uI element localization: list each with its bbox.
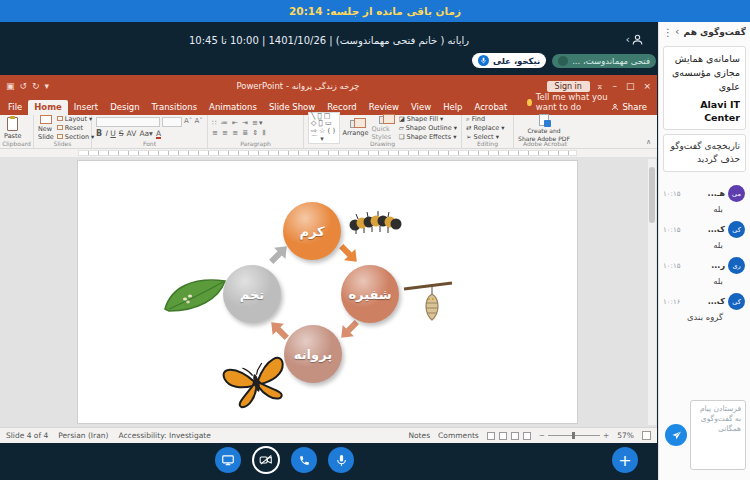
presenter-badge[interactable]: فتحی مهماندوست، ... [552, 54, 656, 68]
editing-group: ⌕ Find ⇄ Replace ▾ ➢ Select ▾ Editing [462, 115, 514, 148]
strikethrough-button[interactable]: S [119, 129, 124, 138]
create-share-pdf-button[interactable]: Create and Share Adobe PDF [518, 114, 570, 141]
stage-butterfly[interactable]: پروانه [284, 325, 342, 383]
collapse-ribbon-icon[interactable]: ∧ [646, 138, 657, 148]
zoom-track[interactable] [548, 435, 600, 436]
character-spacing-icon[interactable]: AV [127, 129, 137, 138]
zoom-slider[interactable]: − + [539, 431, 610, 440]
language-indicator[interactable]: Persian (Iran) [58, 431, 108, 440]
find-button[interactable]: ⌕ Find [466, 115, 505, 123]
share-button[interactable]: Share [611, 102, 655, 115]
microphone-icon [335, 454, 348, 467]
tab-acrobat[interactable]: Acrobat [469, 100, 514, 115]
scrollbar-thumb[interactable] [649, 167, 655, 223]
user-badge[interactable]: نیکخو، علی [472, 53, 546, 68]
fit-slide-icon[interactable] [642, 431, 651, 440]
mic-status-icon [478, 55, 489, 66]
redo-icon[interactable]: ↻ [32, 81, 40, 91]
undo-icon[interactable]: ↺ [20, 81, 28, 91]
accessibility-indicator[interactable]: Accessibility: Investigate [118, 431, 210, 440]
zoom-percent[interactable]: 57% [617, 431, 634, 440]
avatar: می [728, 185, 745, 202]
maximize-button[interactable]: □ [626, 81, 635, 91]
zoom-in-icon[interactable]: + [603, 431, 609, 440]
alignment-icons[interactable]: ≡ ≡ ≡ ≣ ⇕ ⫴ [212, 129, 266, 137]
tab-design[interactable]: Design [104, 100, 145, 115]
chat-sidebar: ⋮ ‹ گفت‌وگوی هم سامانه‌ی همایش مجازی مؤس… [658, 22, 750, 480]
tab-view[interactable]: View [405, 100, 437, 115]
camera-off-icon [259, 453, 273, 467]
horizontal-ruler[interactable] [0, 149, 657, 157]
avatar: کی [728, 221, 745, 238]
layout-button[interactable]: Layout ▾ [57, 115, 95, 123]
tab-help[interactable]: Help [437, 100, 468, 115]
reset-button[interactable]: Reset [57, 124, 95, 132]
clipboard-group: Paste Clipboard [0, 115, 34, 148]
tab-insert[interactable]: Insert [68, 100, 104, 115]
sidebar-header: ⋮ ‹ گفت‌وگوی هم [659, 22, 750, 42]
tell-me-box[interactable]: Tell me what you want to do [527, 92, 611, 115]
chat-message[interactable]: می هـ... ۱۰:۱۵ بله [659, 182, 750, 218]
main-stage: رایانه ( خانم فتحی مهماندوست) | 1401/10/… [0, 22, 658, 480]
phone-button[interactable] [291, 447, 317, 473]
kebab-menu-icon[interactable]: ⋮ [663, 27, 673, 38]
new-slide-button[interactable]: New Slide [38, 115, 54, 141]
microphone-button[interactable] [328, 447, 354, 473]
history-deleted-notice: تاریخچه‌ی گفت‌وگو حذف گردید [663, 134, 746, 172]
tab-file[interactable]: File [2, 100, 28, 115]
change-case-icon[interactable]: Aa▾ [139, 129, 153, 138]
font-color-button[interactable]: A [156, 130, 161, 140]
font-size-box[interactable] [162, 117, 182, 127]
qat-dropdown-icon[interactable]: ▾ [45, 81, 50, 91]
italic-button[interactable]: I [105, 129, 107, 138]
tab-animations[interactable]: Animations [203, 100, 263, 115]
zoom-knob[interactable] [572, 432, 575, 439]
screen-share-button[interactable] [215, 447, 241, 473]
session-title: رایانه ( خانم فتحی مهماندوست) | 1401/10/… [0, 35, 658, 46]
shape-fill-button[interactable]: ◪ Shape Fill ▾ [399, 115, 457, 123]
attendees-button[interactable]: ‹ [626, 33, 644, 46]
minimize-button[interactable]: – [612, 81, 617, 91]
stage-egg[interactable]: تخم [223, 265, 281, 323]
sign-in-button[interactable]: Sign in [547, 81, 590, 92]
font-name-box[interactable] [96, 117, 160, 127]
view-buttons[interactable] [487, 432, 531, 440]
bold-button[interactable]: B [96, 129, 102, 138]
stage-pupa[interactable]: شفیره [341, 265, 399, 323]
chat-message[interactable]: کی ک... ۱۰:۱۶ گروه بندی [659, 290, 750, 326]
chat-message-list: می هـ... ۱۰:۱۵ بله کی ک... ۱۰:۱۵ بله ری … [659, 182, 750, 326]
send-button[interactable] [665, 424, 687, 446]
vertical-scrollbar[interactable] [648, 159, 656, 425]
message-input[interactable]: فرستادن پیام به گفت‌وگوی همگانی [690, 400, 746, 470]
tab-transitions[interactable]: Transitions [146, 100, 204, 115]
paste-button[interactable]: Paste [4, 117, 22, 140]
slide-canvas[interactable]: کرم شفیره پروانه تخم [78, 161, 577, 423]
ribbon-display-icon[interactable]: ⌅ [596, 81, 604, 91]
notes-button[interactable]: Notes [408, 431, 430, 440]
grow-shrink-font-icons[interactable]: A˄ A˅ [184, 117, 203, 127]
tab-home[interactable]: Home [28, 100, 68, 115]
lightbulb-icon [527, 99, 531, 106]
chevron-left-icon[interactable]: ‹ [675, 25, 679, 38]
underline-button[interactable]: U [110, 129, 116, 138]
list-indent-icons[interactable]: ∷ ≔ ⇤ ⇥ ≡▾ [212, 119, 266, 127]
close-button[interactable]: × [643, 81, 651, 91]
chat-message[interactable]: ری ر... ۱۰:۱۵ بله [659, 254, 750, 290]
comments-button[interactable]: Comments [438, 431, 479, 440]
camera-off-button[interactable] [252, 446, 280, 474]
add-button[interactable]: + [612, 447, 638, 473]
stage-worm[interactable]: کرم [283, 202, 341, 260]
save-icon[interactable]: ▣ [6, 81, 15, 91]
quick-styles-button[interactable]: Quick Styles [371, 116, 395, 141]
shape-outline-button[interactable]: ▱ Shape Outline ▾ [399, 124, 457, 132]
chat-message[interactable]: کی ک... ۱۰:۱۵ بله [659, 218, 750, 254]
arrange-button[interactable]: Arrange [343, 120, 369, 137]
powerpoint-statusbar: Slide 4 of 4 Persian (Iran) Accessibilit… [0, 427, 657, 443]
time-remaining-label: زمان باقی مانده از جلسه: 20:14 [289, 5, 461, 17]
replace-button[interactable]: ⇄ Replace ▾ [466, 124, 505, 132]
leaf-with-eggs-image [163, 273, 229, 315]
slide-number-indicator[interactable]: Slide 4 of 4 [6, 431, 48, 440]
zoom-out-icon[interactable]: − [539, 431, 545, 440]
drawing-group: ╲ ⃝ □ ◇ ⬭ ▭ ⇨ ☆ ( ) ⌒ ▾ Arrange Quick St… [304, 115, 462, 148]
section-icon [57, 134, 63, 139]
